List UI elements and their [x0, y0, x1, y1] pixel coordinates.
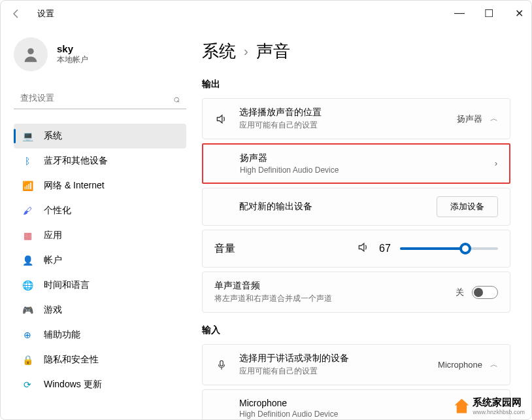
speaker-icon [214, 113, 229, 126]
nav-icon: 🎮 [22, 304, 33, 316]
user-name: sky [57, 43, 88, 54]
output-device-sub: High Definition Audio Device [240, 166, 484, 175]
search-box[interactable]: ⌕ [14, 87, 186, 109]
mono-card: 单声道音频 将左声道和右声道合并成一个声道 关 [202, 271, 510, 313]
nav-icon: 🔒 [22, 354, 33, 366]
watermark: 系统家园网 www.hnzkhbsb.com [454, 396, 525, 415]
nav-icon: ⊕ [22, 329, 33, 341]
sidebar-item-0[interactable]: 💻系统 [14, 124, 186, 149]
nav-icon: 📶 [22, 180, 33, 192]
mono-toggle[interactable] [472, 286, 498, 299]
volume-slider[interactable] [400, 247, 498, 250]
nav-icon: ᛒ [22, 155, 33, 167]
user-account-type: 本地帐户 [57, 54, 88, 65]
mono-state: 关 [456, 287, 464, 298]
input-choose-sub: 应用可能有自己的设置 [239, 366, 427, 377]
mono-title: 单声道音频 [214, 280, 445, 292]
back-button[interactable] [6, 3, 27, 24]
nav-label: 游戏 [44, 304, 62, 316]
input-choose-title: 选择用于讲话或录制的设备 [239, 353, 427, 364]
volume-icon[interactable] [357, 241, 370, 256]
sidebar-item-1[interactable]: ᛒ蓝牙和其他设备 [14, 149, 186, 173]
volume-card: 音量 67 [202, 230, 510, 268]
nav-icon: 🖌 [22, 205, 33, 217]
sidebar-item-10[interactable]: ⟳Windows 更新 [14, 372, 186, 397]
sidebar-item-7[interactable]: 🎮游戏 [14, 298, 186, 323]
pair-title: 配对新的输出设备 [239, 201, 426, 213]
mono-sub: 将左声道和右声道合并成一个声道 [214, 293, 445, 304]
pair-device-card: 配对新的输出设备 添加设备 [202, 188, 510, 226]
breadcrumb: 系统 › 声音 [202, 40, 510, 63]
nav-icon: ▦ [22, 230, 33, 241]
input-choose-value: Microphone [438, 360, 482, 370]
output-choose-title: 选择播放声音的位置 [239, 107, 446, 118]
watermark-url: www.hnzkhbsb.com [473, 409, 525, 415]
output-device-card[interactable]: 扬声器 High Definition Audio Device › [202, 143, 510, 184]
breadcrumb-current: 声音 [256, 40, 290, 63]
chevron-up-icon: ︿ [490, 359, 498, 370]
svg-rect-1 [220, 360, 224, 366]
house-icon [454, 399, 469, 413]
nav-label: 时间和语言 [44, 279, 90, 291]
window-controls: — ☐ ✕ [454, 7, 524, 20]
minimize-button[interactable]: — [454, 7, 463, 20]
nav-icon: 👤 [22, 254, 33, 266]
search-input[interactable] [14, 87, 186, 109]
sidebar: sky 本地帐户 ⌕ 💻系统ᛒ蓝牙和其他设备📶网络 & Internet🖌个性化… [1, 27, 197, 419]
titlebar: 设置 — ☐ ✕ [1, 1, 531, 27]
nav-label: 帐户 [44, 254, 62, 266]
nav-label: 网络 & Internet [44, 180, 105, 192]
output-choose-value: 扬声器 [457, 113, 482, 125]
user-block[interactable]: sky 本地帐户 [14, 37, 186, 71]
close-button[interactable]: ✕ [514, 7, 524, 20]
nav-label: 蓝牙和其他设备 [44, 155, 108, 167]
input-section-label: 输入 [202, 324, 510, 336]
sidebar-item-4[interactable]: ▦应用 [14, 223, 186, 248]
content: 系统 › 声音 输出 选择播放声音的位置 应用可能有自己的设置 扬声器 ︿ [197, 27, 531, 419]
nav-icon: 💻 [22, 130, 33, 142]
breadcrumb-separator: › [244, 44, 248, 59]
nav-label: Windows 更新 [44, 379, 102, 391]
add-device-button[interactable]: 添加设备 [437, 196, 498, 217]
nav-list: 💻系统ᛒ蓝牙和其他设备📶网络 & Internet🖌个性化▦应用👤帐户🌐时间和语… [14, 124, 186, 397]
mic-icon [214, 359, 229, 371]
volume-label: 音量 [214, 242, 241, 256]
breadcrumb-root[interactable]: 系统 [202, 40, 236, 63]
app-title: 设置 [37, 8, 54, 20]
sidebar-item-6[interactable]: 🌐时间和语言 [14, 273, 186, 298]
search-icon: ⌕ [173, 93, 180, 105]
nav-label: 个性化 [44, 205, 71, 217]
nav-label: 隐私和安全性 [44, 354, 99, 366]
sidebar-item-2[interactable]: 📶网络 & Internet [14, 173, 186, 198]
volume-value: 67 [379, 243, 391, 254]
output-choose-card[interactable]: 选择播放声音的位置 应用可能有自己的设置 扬声器 ︿ [202, 98, 510, 139]
nav-label: 辅助功能 [44, 329, 80, 341]
chevron-right-icon: › [495, 159, 497, 168]
input-choose-card[interactable]: 选择用于讲话或录制的设备 应用可能有自己的设置 Microphone ︿ [202, 344, 510, 385]
nav-label: 系统 [44, 130, 62, 142]
sidebar-item-8[interactable]: ⊕辅助功能 [14, 323, 186, 347]
chevron-up-icon: ︿ [490, 113, 498, 124]
output-choose-sub: 应用可能有自己的设置 [239, 120, 446, 131]
maximize-button[interactable]: ☐ [484, 7, 493, 20]
svg-point-0 [27, 48, 33, 54]
sidebar-item-9[interactable]: 🔒隐私和安全性 [14, 347, 186, 372]
output-device-title: 扬声器 [240, 152, 484, 164]
nav-icon: ⟳ [22, 379, 33, 391]
sidebar-item-3[interactable]: 🖌个性化 [14, 198, 186, 223]
sidebar-item-5[interactable]: 👤帐户 [14, 248, 186, 273]
output-section-label: 输出 [202, 79, 510, 90]
avatar [14, 37, 48, 71]
nav-label: 应用 [44, 230, 62, 241]
watermark-brand: 系统家园网 [473, 396, 522, 408]
nav-icon: 🌐 [22, 279, 33, 291]
